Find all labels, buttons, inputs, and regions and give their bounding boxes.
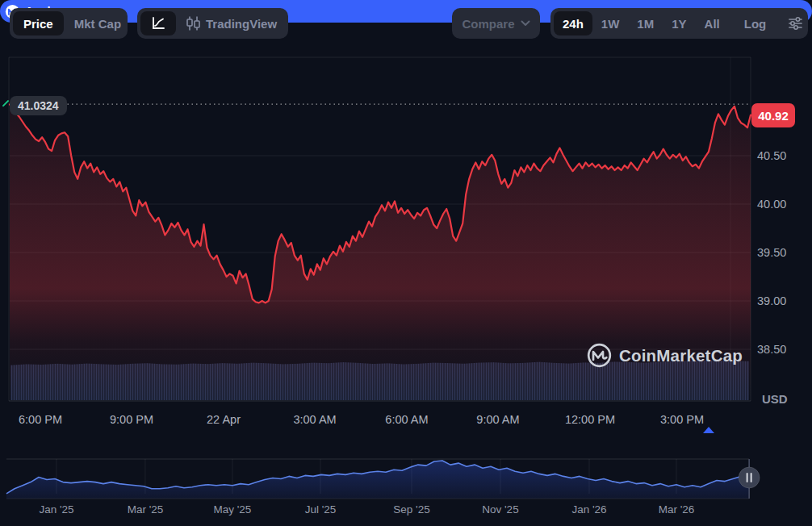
line-chart-tab[interactable] <box>140 11 176 35</box>
y-axis-label: 40.50 <box>757 149 806 162</box>
range-1m[interactable]: 1M <box>628 11 663 35</box>
sliders-icon <box>788 16 803 31</box>
chart-type-toggle: TradingView <box>137 8 288 39</box>
price-chart-canvas[interactable] <box>0 0 812 526</box>
compare-button[interactable]: Compare <box>452 8 540 39</box>
y-axis-label: 39.00 <box>757 294 806 307</box>
coinmarketcap-watermark: CoinMarketCap <box>586 342 743 369</box>
navigator-axis-label: Jul '25 <box>305 503 337 516</box>
compare-button-label: Compare <box>462 17 514 31</box>
line-chart-icon <box>150 15 166 31</box>
x-axis-label: 9:00 AM <box>476 413 519 426</box>
navigator-axis-label: Jan '26 <box>571 503 606 516</box>
candlestick-icon <box>186 15 201 31</box>
x-axis-label: 12:00 PM <box>565 413 615 426</box>
range-1w[interactable]: 1W <box>592 11 629 35</box>
navigator-axis-label: Mar '25 <box>128 503 164 516</box>
log-scale-toggle[interactable]: Log <box>735 11 776 35</box>
price-tab[interactable]: Price <box>13 11 64 35</box>
tradingview-tab[interactable]: TradingView <box>206 11 283 35</box>
time-range-toolbar: 24h 1W 1M 1Y All Log <box>550 8 808 39</box>
navigator-axis-label: Mar '26 <box>659 503 695 516</box>
navigator-handle[interactable] <box>739 467 760 488</box>
x-axis-label: 9:00 PM <box>110 413 153 426</box>
navigator-axis-label: Sep '25 <box>393 503 429 516</box>
y-axis-label: 40.00 <box>757 198 806 211</box>
watermark-text: CoinMarketCap <box>619 346 743 365</box>
ath-price-label: 41.0324 <box>10 96 67 115</box>
x-axis-label: 6:00 PM <box>19 413 62 426</box>
x-axis-label: 22 Apr <box>207 413 241 426</box>
coinmarketcap-logo-icon <box>586 342 613 369</box>
range-24h[interactable]: 24h <box>554 11 592 35</box>
mktcap-tab-label: Mkt Cap <box>74 17 121 31</box>
x-axis-label: 3:00 AM <box>293 413 336 426</box>
x-axis-label: 6:00 AM <box>385 413 428 426</box>
chevron-down-icon <box>521 20 530 27</box>
navigator-axis-label: Nov '25 <box>482 503 518 516</box>
price-mktcap-toggle: Price Mkt Cap <box>10 8 128 39</box>
navigator-axis-label: Jan '25 <box>39 503 73 516</box>
mktcap-tab[interactable]: Mkt Cap <box>64 11 132 35</box>
price-tab-label: Price <box>23 17 53 31</box>
y-axis-label: 38.50 <box>757 343 806 356</box>
tradingview-tab-label: TradingView <box>206 17 277 31</box>
current-price-badge: 40.92 <box>751 103 795 127</box>
y-axis-label: 39.50 <box>757 246 806 259</box>
range-1y[interactable]: 1Y <box>663 11 695 35</box>
analyze-bubble-tail <box>703 427 714 433</box>
range-all[interactable]: All <box>696 11 729 35</box>
currency-axis-label: USD <box>762 392 788 406</box>
x-axis-label: 3:00 PM <box>660 413 704 426</box>
chart-settings-button[interactable] <box>781 11 810 35</box>
navigator-axis-label: May '25 <box>214 503 252 516</box>
